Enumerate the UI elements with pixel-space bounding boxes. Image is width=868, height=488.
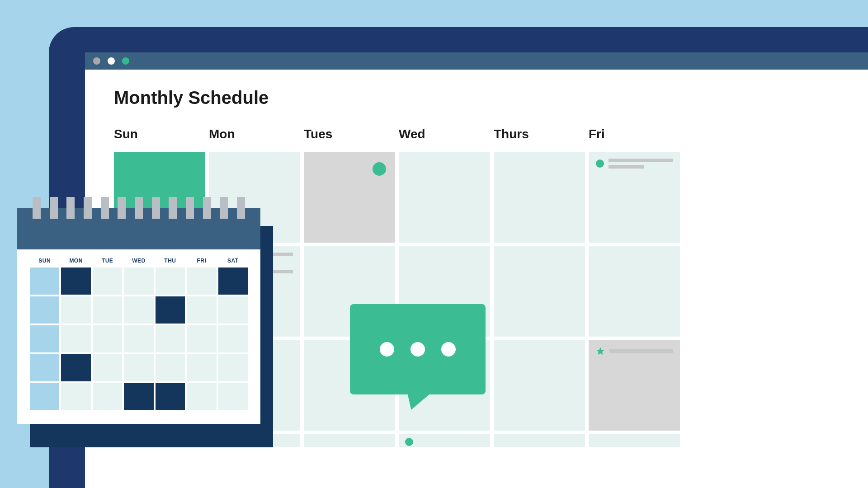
mini-calendar: SUN MON TUE WED THU FRI SAT: [17, 208, 260, 424]
spiral-binding: [33, 197, 245, 219]
event-dot-icon: [405, 438, 413, 446]
day-cell[interactable]: [399, 434, 490, 447]
chat-bubble-icon[interactable]: [350, 304, 486, 394]
day-cell[interactable]: [589, 340, 680, 431]
mini-col-tue: TUE: [93, 255, 122, 266]
mini-day-cell[interactable]: [124, 383, 153, 410]
mini-day-cell[interactable]: [124, 354, 153, 381]
mini-day-cell[interactable]: [187, 296, 216, 324]
mini-day-cell[interactable]: [61, 354, 90, 381]
day-cell[interactable]: [399, 152, 490, 243]
event-item[interactable]: [596, 347, 673, 356]
mini-day-cell[interactable]: [61, 267, 90, 295]
mini-day-cell[interactable]: [93, 383, 122, 410]
mini-day-cell[interactable]: [156, 383, 185, 410]
mini-day-cell[interactable]: [30, 383, 59, 410]
mini-day-cell[interactable]: [30, 325, 59, 352]
col-head-mon: Mon: [209, 127, 300, 149]
event-dot-icon: [596, 160, 604, 168]
mini-day-cell[interactable]: [156, 354, 185, 381]
mini-day-cell[interactable]: [156, 325, 185, 352]
mini-col-wed: WED: [124, 255, 153, 266]
mini-day-cell[interactable]: [93, 325, 122, 352]
traffic-light-zoom-icon[interactable]: [122, 57, 129, 65]
mini-day-cell[interactable]: [187, 325, 216, 352]
day-cell[interactable]: [304, 152, 395, 243]
col-head-sun: Sun: [114, 127, 205, 149]
mini-col-sun: SUN: [30, 255, 59, 266]
day-cell[interactable]: [589, 246, 680, 337]
mini-day-cell[interactable]: [218, 325, 248, 352]
event-placeholder-text: [609, 349, 673, 353]
mini-day-cell[interactable]: [218, 354, 248, 381]
mini-day-cell[interactable]: [187, 354, 216, 381]
mini-day-cell[interactable]: [124, 325, 153, 352]
ellipsis-dot-icon: [410, 342, 425, 357]
traffic-light-minimize-icon[interactable]: [108, 57, 115, 65]
traffic-light-close-icon[interactable]: [93, 57, 100, 65]
day-cell[interactable]: [589, 152, 680, 243]
mini-day-cell[interactable]: [30, 267, 59, 295]
day-cell[interactable]: [494, 340, 585, 431]
mini-col-sat: SAT: [218, 255, 248, 266]
mini-day-cell[interactable]: [187, 383, 216, 410]
col-head-tues: Tues: [304, 127, 395, 149]
mini-day-cell[interactable]: [156, 296, 185, 324]
mini-day-cell[interactable]: [93, 267, 122, 295]
mini-day-cell[interactable]: [218, 383, 248, 410]
mini-day-cell[interactable]: [218, 296, 248, 324]
mini-day-cell[interactable]: [30, 354, 59, 381]
ellipsis-dot-icon: [380, 342, 394, 357]
col-head-fri: Fri: [589, 127, 680, 149]
mini-col-thu: THU: [156, 255, 185, 266]
day-cell[interactable]: [589, 434, 680, 447]
mini-calendar-body: SUN MON TUE WED THU FRI SAT: [17, 249, 260, 424]
day-cell[interactable]: [494, 246, 585, 337]
day-cell[interactable]: [494, 434, 585, 447]
mini-day-cell[interactable]: [218, 267, 248, 295]
mini-day-cell[interactable]: [93, 296, 122, 324]
event-dot-icon: [373, 162, 386, 176]
mini-col-mon: MON: [61, 255, 90, 266]
mini-day-cell[interactable]: [187, 267, 216, 295]
col-head-wed: Wed: [399, 127, 490, 149]
mini-col-fri: FRI: [187, 255, 216, 266]
browser-titlebar: [85, 52, 868, 70]
page-title: Monthly Schedule: [114, 88, 868, 108]
day-cell[interactable]: [494, 152, 585, 243]
mini-day-cell[interactable]: [30, 296, 59, 324]
mini-day-cell[interactable]: [61, 383, 90, 410]
mini-day-cell[interactable]: [156, 267, 185, 295]
mini-day-cell[interactable]: [124, 267, 153, 295]
event-placeholder-text: [609, 159, 673, 169]
mini-day-cell[interactable]: [93, 354, 122, 381]
star-icon: [596, 347, 605, 356]
event-item[interactable]: [596, 159, 673, 169]
mini-day-cell[interactable]: [124, 296, 153, 324]
day-cell[interactable]: [304, 434, 395, 447]
ellipsis-dot-icon: [441, 342, 456, 357]
mini-day-cell[interactable]: [61, 296, 90, 324]
mini-day-cell[interactable]: [61, 325, 90, 352]
col-head-thurs: Thurs: [494, 127, 585, 149]
